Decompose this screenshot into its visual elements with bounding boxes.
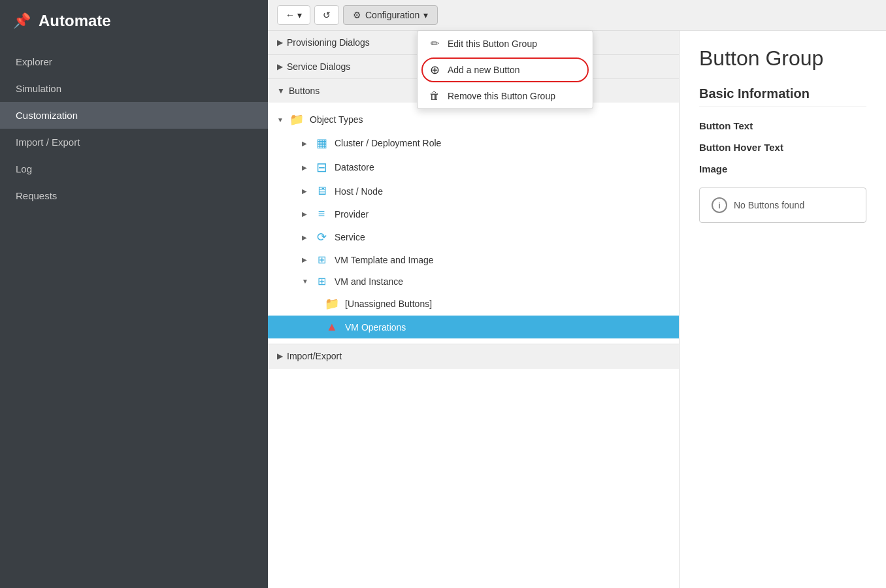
sidebar-header: 📌 Automate [0, 0, 268, 42]
provider-icon: ≡ [314, 207, 329, 221]
cluster-label: Cluster / Deployment Role [335, 138, 441, 148]
arrow-icon-6: ▶ [302, 256, 308, 263]
chevron-down-icon: ▼ [277, 86, 285, 95]
remove-button-group-item[interactable]: 🗑 Remove this Button Group [418, 84, 593, 108]
chevron-right-icon-2: ▶ [277, 62, 283, 71]
edit-icon: ✏ [428, 37, 441, 50]
service-dialogs-label: Service Dialogs [287, 61, 350, 72]
configuration-dropdown: ✏ Edit this Button Group ⊕ Add a new But… [417, 30, 593, 109]
vm-instance-icon: ⊞ [314, 275, 329, 287]
import-export-label: Import/Export [287, 351, 342, 361]
arrow-icon-5: ▶ [302, 234, 308, 241]
host-label: Host / Node [335, 186, 383, 197]
folder-icon: 📁 [289, 112, 304, 127]
unassigned-label: [Unassigned Buttons] [345, 299, 432, 309]
vm-template-icon: ⊞ [314, 253, 329, 266]
refresh-button[interactable]: ↺ [314, 5, 339, 25]
object-types-item[interactable]: ▼ 📁 Object Types [268, 108, 679, 131]
edit-button-group-item[interactable]: ✏ Edit this Button Group [418, 31, 593, 56]
buttons-tree: ▼ 📁 Object Types ▶ ▦ Cluster / Deploymen… [268, 103, 679, 344]
warning-icon: ▲ [324, 320, 340, 334]
buttons-section: ▼ Buttons ▼ 📁 Object Types ▶ ▦ Cluster /… [268, 79, 679, 344]
sidebar-item-requests[interactable]: Requests [0, 182, 268, 209]
expand-icon: ▼ [277, 116, 284, 123]
info-icon: i [712, 197, 727, 213]
vm-template-item[interactable]: ▶ ⊞ VM Template and Image [268, 249, 679, 270]
image-field: Image [699, 163, 866, 174]
object-types-label: Object Types [310, 114, 363, 125]
folder-icon-2: 📁 [324, 297, 340, 311]
sidebar-item-log[interactable]: Log [0, 155, 268, 182]
service-item[interactable]: ▶ ⟳ Service [268, 225, 679, 249]
add-new-button-label: Add a new Button [448, 65, 520, 75]
provisioning-dialogs-label: Provisioning Dialogs [287, 37, 370, 48]
button-text-field: Button Text [699, 120, 866, 131]
tree-panel: ▶ Provisioning Dialogs ▶ Service Dialogs… [268, 31, 680, 588]
vm-operations-label: VM Operations [345, 322, 406, 333]
host-icon: 🖥 [314, 184, 329, 198]
import-export-header[interactable]: ▶ Import/Export [268, 344, 679, 368]
service-icon: ⟳ [314, 230, 329, 244]
provider-label: Provider [335, 209, 369, 220]
pin-icon: 📌 [13, 12, 31, 29]
sidebar-item-simulation[interactable]: Simulation [0, 75, 268, 102]
config-chevron-icon: ▾ [423, 10, 428, 20]
vm-template-label: VM Template and Image [335, 255, 434, 265]
back-arrow-icon: ▾ [297, 10, 302, 20]
provider-item[interactable]: ▶ ≡ Provider [268, 203, 679, 225]
button-text-label: Button Text [699, 120, 804, 131]
service-label: Service [335, 232, 365, 242]
arrow-icon: ▶ [302, 140, 308, 147]
datastore-icon: ⊟ [314, 159, 329, 175]
arrow-icon-4: ▶ [302, 210, 308, 218]
no-buttons-label: No Buttons found [734, 200, 804, 210]
gear-icon: ⚙ [353, 10, 361, 20]
arrow-icon-2: ▶ [302, 164, 308, 171]
sidebar-item-explorer[interactable]: Explorer [0, 48, 268, 75]
refresh-icon: ↺ [323, 10, 331, 20]
button-hover-text-label: Button Hover Text [699, 142, 804, 153]
image-label: Image [699, 163, 804, 174]
back-button[interactable]: ← ▾ [277, 5, 310, 25]
sidebar-nav: ExplorerSimulationCustomizationImport / … [0, 48, 268, 209]
no-buttons-box: i No Buttons found [699, 188, 866, 223]
app-title: Automate [39, 12, 111, 30]
add-icon: ⊕ [428, 63, 441, 77]
toolbar: ← ▾ ↺ ⚙ Configuration ▾ ✏ Edit this Butt… [268, 0, 886, 31]
content-area: ▶ Provisioning Dialogs ▶ Service Dialogs… [268, 31, 886, 588]
cluster-item[interactable]: ▶ ▦ Cluster / Deployment Role [268, 131, 679, 155]
sidebar-item-customization[interactable]: Customization [0, 102, 268, 129]
sidebar: 📌 Automate ExplorerSimulationCustomizati… [0, 0, 268, 588]
configuration-label: Configuration [365, 10, 419, 20]
chevron-right-icon: ▶ [277, 38, 283, 47]
add-new-button-item[interactable]: ⊕ Add a new Button [418, 56, 593, 84]
datastore-item[interactable]: ▶ ⊟ Datastore [268, 155, 679, 180]
sidebar-item-import-export[interactable]: Import / Export [0, 129, 268, 155]
main-content: ← ▾ ↺ ⚙ Configuration ▾ ✏ Edit this Butt… [268, 0, 886, 588]
cluster-icon: ▦ [314, 136, 329, 150]
page-title: Button Group [699, 46, 866, 71]
unassigned-item[interactable]: 📁 [Unassigned Buttons] [268, 292, 679, 316]
trash-icon: 🗑 [428, 90, 441, 102]
remove-button-group-label: Remove this Button Group [448, 91, 555, 101]
buttons-label: Buttons [289, 86, 320, 96]
vm-operations-item[interactable]: ▲ VM Operations [268, 316, 679, 338]
import-export-section: ▶ Import/Export [268, 344, 679, 368]
chevron-right-icon-3: ▶ [277, 351, 283, 361]
basic-info-section-title: Basic Information [699, 86, 866, 107]
datastore-label: Datastore [335, 162, 374, 172]
host-item[interactable]: ▶ 🖥 Host / Node [268, 180, 679, 203]
button-hover-text-field: Button Hover Text [699, 142, 866, 153]
arrow-icon-3: ▶ [302, 188, 308, 195]
vm-instance-item[interactable]: ▼ ⊞ VM and Instance [268, 270, 679, 292]
back-icon: ← [286, 10, 295, 20]
edit-button-group-label: Edit this Button Group [448, 39, 537, 49]
vm-instance-label: VM and Instance [335, 276, 403, 287]
arrow-icon-7: ▼ [302, 278, 308, 285]
configuration-button[interactable]: ⚙ Configuration ▾ [343, 5, 438, 25]
detail-panel: Button Group Basic Information Button Te… [680, 31, 886, 588]
